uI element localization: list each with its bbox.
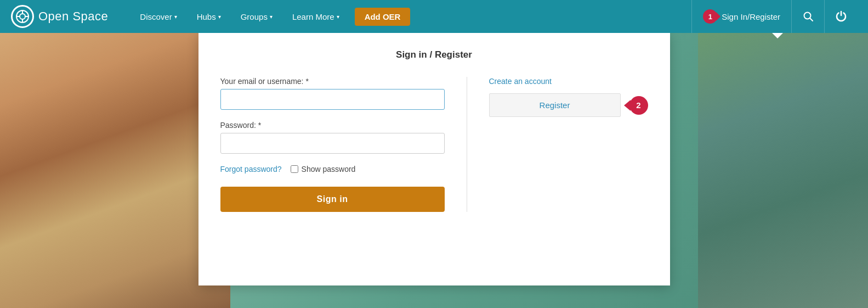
- signin-register-button[interactable]: 1 Sign In/Register: [691, 0, 791, 33]
- register-section: Create an account Register 2: [467, 77, 648, 212]
- email-input[interactable]: [220, 89, 445, 110]
- nav-groups[interactable]: Groups ▾: [231, 0, 282, 33]
- svg-line-7: [810, 18, 813, 21]
- panel-title: Sign in / Register: [220, 49, 648, 60]
- nav-discover[interactable]: Discover ▾: [130, 0, 186, 33]
- email-label: Your email or username: *: [220, 77, 445, 86]
- show-password-checkbox[interactable]: [291, 165, 298, 173]
- chevron-down-icon: ▾: [270, 14, 273, 20]
- logo-text: Open Space: [38, 9, 108, 24]
- svg-point-1: [20, 14, 25, 19]
- email-group: Your email or username: *: [220, 77, 445, 110]
- search-button[interactable]: [791, 0, 824, 33]
- badge-1: 1: [703, 9, 717, 24]
- power-button[interactable]: [824, 0, 857, 33]
- logo[interactable]: Open Space: [11, 5, 108, 28]
- forgot-password-link[interactable]: Forgot password?: [220, 165, 282, 173]
- register-button[interactable]: Register: [489, 93, 621, 117]
- add-oer-button[interactable]: Add OER: [355, 8, 411, 26]
- signin-form: Your email or username: * Password: * Fo…: [220, 77, 467, 212]
- logo-icon: [11, 5, 34, 28]
- sign-in-button[interactable]: Sign in: [220, 187, 445, 212]
- navbar: Open Space Discover ▾ Hubs ▾ Groups ▾ Le…: [0, 0, 868, 33]
- show-password-group: Show password: [291, 165, 356, 173]
- form-actions: Forgot password? Show password: [220, 165, 445, 173]
- password-label: Password: *: [220, 121, 445, 130]
- main-nav: Discover ▾ Hubs ▾ Groups ▾ Learn More ▾ …: [130, 0, 411, 33]
- panel-body: Your email or username: * Password: * Fo…: [220, 77, 648, 212]
- register-btn-wrap: Register 2: [489, 93, 648, 117]
- login-panel: Sign in / Register Your email or usernam…: [198, 33, 670, 285]
- nav-learn-more[interactable]: Learn More ▾: [282, 0, 349, 33]
- create-account-label: Create an account: [489, 77, 552, 86]
- chevron-down-icon: ▾: [218, 14, 221, 20]
- nav-right: 1 Sign In/Register: [691, 0, 857, 33]
- password-input[interactable]: [220, 133, 445, 154]
- chevron-down-icon: ▾: [174, 14, 177, 20]
- chevron-down-icon: ▾: [337, 14, 339, 20]
- badge-2: 2: [629, 96, 648, 115]
- show-password-label[interactable]: Show password: [302, 165, 356, 173]
- main-content: Sign in / Register Your email or usernam…: [0, 33, 868, 308]
- nav-hubs[interactable]: Hubs ▾: [187, 0, 231, 33]
- dropdown-arrow: [772, 33, 783, 38]
- password-group: Password: *: [220, 121, 445, 154]
